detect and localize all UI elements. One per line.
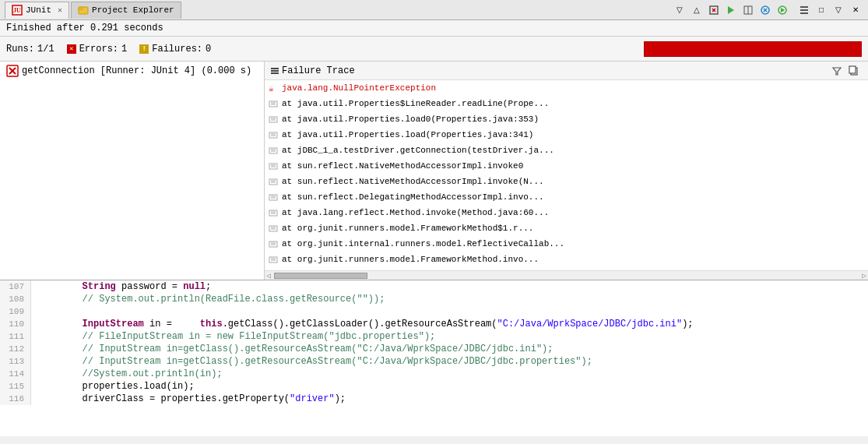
- runs-value: 1/1: [37, 44, 54, 55]
- action-btn-4[interactable]: [757, 2, 773, 18]
- line-number-115: 115: [0, 380, 31, 393]
- trace-scrollbar-x[interactable]: ◁ ▷: [265, 270, 868, 280]
- trace-line-6[interactable]: at sun.reflect.NativeMethodAccessorImpl.…: [265, 174, 868, 189]
- code-line-110: 110 InputStream in = this.getClass().get…: [0, 318, 868, 330]
- action-btn-3[interactable]: [740, 2, 756, 18]
- test-error-icon: [6, 65, 19, 77]
- stack-icon-11: [268, 254, 279, 265]
- errors-label: Errors:: [79, 44, 118, 55]
- trace-content[interactable]: ☕ java.lang.NullPointerException at java…: [265, 80, 868, 270]
- toolbar-right: ▽ △ □ ▽ ✕: [672, 2, 863, 18]
- trace-line-text-4: at jDBC_1_a.testDriver.getConnection(tes…: [282, 143, 554, 157]
- window-bar: JU JUnit ✕ Project Explorer ▽ △: [0, 0, 868, 20]
- trace-line-text-8: at java.lang.reflect.Method.invoke(Metho…: [282, 206, 549, 220]
- nav-up-btn[interactable]: △: [689, 2, 705, 18]
- code-text-109: [31, 305, 43, 318]
- trace-line-5[interactable]: at sun.reflect.NativeMethodAccessorImpl.…: [265, 158, 868, 174]
- line-number-108: 108: [0, 293, 31, 305]
- trace-line-text-1: at java.util.Properties$LineReader.readL…: [282, 97, 549, 111]
- svg-rect-16: [800, 9, 808, 11]
- folder-icon: [78, 5, 89, 16]
- tab-bar: JU JUnit ✕ Project Explorer: [5, 2, 181, 19]
- trace-line-1[interactable]: at java.util.Properties$LineReader.readL…: [265, 96, 868, 111]
- trace-line-text-11: at org.junit.runners.model.FrameworkMeth…: [282, 252, 539, 266]
- test-tree-item-label: getConnection [Runner: JUnit 4] (0.000 s…: [22, 65, 251, 76]
- trace-line-text-6: at sun.reflect.NativeMethodAccessorImpl.…: [282, 174, 544, 189]
- columns-btn[interactable]: □: [814, 2, 829, 18]
- status-bar: Finished after 0.291 seconds: [0, 20, 868, 37]
- failure-trace-title-area: Failure Trace: [271, 65, 355, 76]
- code-text-112: // InputStream in=getClass().getResource…: [31, 343, 553, 355]
- line-number-109: 109: [0, 305, 31, 318]
- trace-line-text-0: java.lang.NullPointerException: [282, 81, 436, 95]
- code-line-114: 114 //System.out.println(in);: [0, 368, 868, 380]
- tab-junit-label: JUnit: [26, 5, 51, 15]
- trace-line-11[interactable]: at org.junit.runners.model.FrameworkMeth…: [265, 252, 868, 267]
- action-btn-5[interactable]: [775, 2, 790, 18]
- line-number-116: 116: [0, 393, 31, 405]
- trace-line-4[interactable]: at jDBC_1_a.testDriver.getConnection(tes…: [265, 143, 868, 158]
- trace-line-text-10: at org.junit.internal.runners.model.Refl…: [282, 237, 564, 251]
- stack-icon-1: [268, 98, 279, 109]
- action-btn-2[interactable]: [723, 2, 739, 18]
- runs-label: Runs:: [6, 44, 34, 55]
- svg-marker-7: [728, 6, 734, 14]
- svg-rect-17: [800, 12, 808, 14]
- trace-line-8[interactable]: at java.lang.reflect.Method.invoke(Metho…: [265, 205, 868, 220]
- junit-icon: JU: [12, 5, 23, 16]
- tab-project-explorer-label: Project Explorer: [92, 5, 174, 15]
- expand-btn[interactable]: ▽: [831, 2, 846, 18]
- status-text: Finished after 0.291 seconds: [6, 23, 163, 33]
- filter-btn[interactable]: [829, 63, 845, 79]
- failures-item: ! Failures: 0: [139, 44, 211, 55]
- code-editor[interactable]: 107 String password = null; 108 // Syste…: [0, 280, 868, 436]
- failure-trace-panel: Failure Trace ☕ java.lang.NullPointerExc…: [265, 62, 868, 280]
- trace-line-text-7: at sun.reflect.DelegatingMethodAccessorI…: [282, 190, 544, 204]
- trace-line-10[interactable]: at org.junit.internal.runners.model.Refl…: [265, 236, 868, 252]
- trace-line-2[interactable]: at java.util.Properties.load0(Properties…: [265, 111, 868, 127]
- trace-scrollbar-thumb[interactable]: [274, 273, 367, 279]
- trace-line-text-3: at java.util.Properties.load(Properties.…: [282, 128, 533, 142]
- tab-project-explorer[interactable]: Project Explorer: [71, 2, 181, 19]
- code-line-112: 112 // InputStream in=getClass().getReso…: [0, 343, 868, 355]
- trace-line-7[interactable]: at sun.reflect.DelegatingMethodAccessorI…: [265, 189, 868, 205]
- action-btn-1[interactable]: [706, 2, 722, 18]
- panels-container: getConnection [Runner: JUnit 4] (0.000 s…: [0, 62, 868, 280]
- code-line-113: 113 // InputStream in=getClass().getReso…: [0, 355, 868, 368]
- error-icon: ✕: [67, 44, 76, 54]
- progress-bar: [644, 41, 862, 57]
- tab-junit[interactable]: JU JUnit ✕: [5, 2, 69, 19]
- trace-line-text-9: at org.junit.runners.model.FrameworkMeth…: [282, 221, 533, 235]
- scroll-right-arrow[interactable]: ▷: [860, 271, 868, 280]
- code-text-107: String password = null;: [31, 280, 211, 293]
- nav-down-btn[interactable]: ▽: [672, 2, 687, 18]
- pin-btn[interactable]: ✕: [848, 2, 863, 18]
- trace-line-3[interactable]: at java.util.Properties.load(Properties.…: [265, 127, 868, 143]
- exception-icon: ☕: [268, 83, 279, 93]
- code-line-108: 108 // System.out.println(ReadFile.class…: [0, 293, 868, 305]
- copy-btn[interactable]: [846, 63, 862, 79]
- code-line-111: 111 // FileInputStream in = new FileInpu…: [0, 330, 868, 343]
- svg-rect-3: [79, 7, 83, 9]
- stack-icon-5: [268, 160, 279, 171]
- svg-marker-14: [781, 8, 785, 12]
- code-text-114: //System.out.println(in);: [31, 368, 223, 380]
- trace-line-9[interactable]: at org.junit.runners.model.FrameworkMeth…: [265, 220, 868, 236]
- svg-rect-15: [800, 6, 808, 8]
- stack-icon-6: [268, 176, 279, 187]
- code-line-115: 115 properties.load(in);: [0, 380, 868, 393]
- trace-line-text-2: at java.util.Properties.load0(Properties…: [282, 112, 539, 126]
- view-menu-btn[interactable]: [796, 2, 812, 18]
- code-text-113: // InputStream in=getClass().getResource…: [31, 355, 592, 368]
- test-tree-item[interactable]: getConnection [Runner: JUnit 4] (0.000 s…: [0, 62, 264, 80]
- runs-item: Runs: 1/1: [6, 44, 54, 55]
- trace-line-0[interactable]: ☕ java.lang.NullPointerException: [265, 80, 868, 96]
- line-number-110: 110: [0, 318, 31, 330]
- line-number-114: 114: [0, 368, 31, 380]
- trace-lines-icon: [271, 68, 279, 74]
- scroll-left-arrow[interactable]: ◁: [265, 271, 272, 280]
- code-text-110: InputStream in = this.getClass().getClas…: [31, 318, 694, 330]
- stack-icon-4: [268, 145, 279, 156]
- tab-junit-close[interactable]: ✕: [58, 5, 62, 15]
- failure-icon: !: [139, 44, 149, 54]
